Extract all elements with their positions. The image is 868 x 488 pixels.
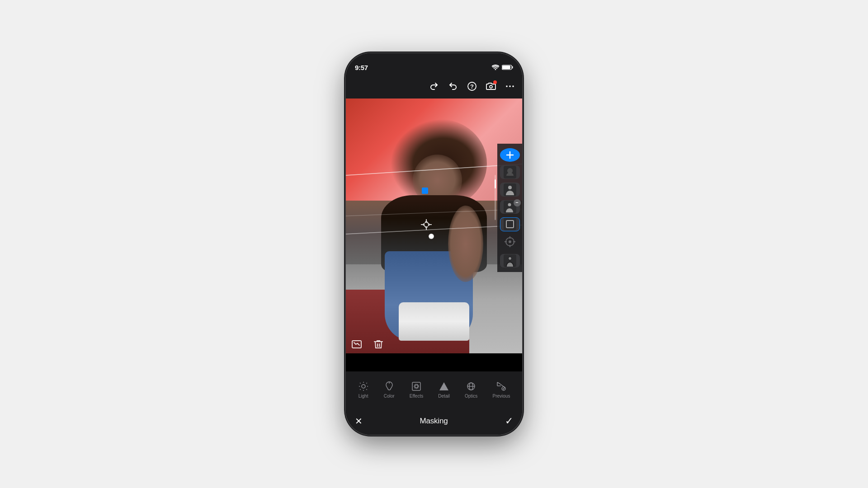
top-toolbar: ? xyxy=(346,76,522,99)
photo-area: − xyxy=(346,99,522,353)
rectangle-mask-button[interactable] xyxy=(500,217,520,231)
svg-point-25 xyxy=(509,240,511,243)
masking-close-button[interactable]: ✕ xyxy=(355,416,363,427)
toolbar-item-optics[interactable]: Optics xyxy=(461,379,481,400)
help-icon[interactable]: ? xyxy=(467,81,477,94)
detail-label: Detail xyxy=(438,394,450,399)
svg-line-39 xyxy=(366,389,367,389)
mask-handle-square[interactable] xyxy=(422,188,428,194)
camera-icon[interactable] xyxy=(486,81,496,94)
add-mask-button[interactable] xyxy=(500,148,520,162)
optics-label: Optics xyxy=(465,394,477,399)
toolbar-item-effects[interactable]: Effects xyxy=(406,379,427,400)
effects-icon xyxy=(411,381,422,392)
masking-confirm-button[interactable]: ✓ xyxy=(505,415,513,427)
status-time: 9:57 xyxy=(355,64,368,71)
edit-icon[interactable] xyxy=(351,339,362,350)
toolbar-item-color[interactable]: Color xyxy=(380,379,398,400)
svg-point-21 xyxy=(508,203,511,206)
redo-icon[interactable] xyxy=(429,81,439,94)
svg-line-40 xyxy=(360,389,360,389)
svg-rect-1 xyxy=(502,66,510,69)
color-label: Color xyxy=(384,394,395,399)
delete-icon[interactable] xyxy=(373,339,384,350)
previous-label: Previous xyxy=(493,394,510,399)
light-label: Light xyxy=(359,394,368,399)
photo-bottom-icons xyxy=(346,335,389,353)
svg-rect-22 xyxy=(504,218,516,230)
battery-icon xyxy=(502,65,513,70)
bottom-toolbar: Light Color Effects xyxy=(346,371,522,408)
toolbar-item-previous[interactable]: Previous xyxy=(489,379,514,400)
toolbar-item-light[interactable]: Light xyxy=(354,379,373,400)
svg-point-7 xyxy=(509,85,511,87)
more-icon[interactable] xyxy=(505,81,515,94)
masking-title: Masking xyxy=(420,417,448,426)
figure-mask-button[interactable] xyxy=(500,254,520,267)
photo-background xyxy=(346,99,522,353)
svg-point-32 xyxy=(509,257,511,260)
svg-point-5 xyxy=(490,85,492,88)
person-mask-button[interactable] xyxy=(500,183,520,196)
svg-rect-2 xyxy=(512,66,513,69)
color-icon xyxy=(384,381,395,392)
wifi-icon xyxy=(492,65,499,70)
svg-point-8 xyxy=(512,85,514,87)
svg-point-12 xyxy=(424,222,429,227)
detail-icon xyxy=(439,381,449,392)
svg-line-38 xyxy=(360,383,360,383)
light-icon xyxy=(358,381,369,392)
radial-mask-button[interactable] xyxy=(500,235,520,249)
previous-icon xyxy=(496,381,507,392)
masking-bar: ✕ Masking ✓ xyxy=(346,408,522,435)
status-bar: 9:57 xyxy=(346,53,522,76)
optics-icon xyxy=(466,381,476,392)
svg-point-33 xyxy=(362,385,365,388)
scrollbar[interactable] xyxy=(495,175,496,220)
status-icons xyxy=(492,65,513,70)
svg-rect-43 xyxy=(412,382,420,390)
face-mask-button[interactable] xyxy=(500,165,520,179)
phone-device: 9:57 xyxy=(346,53,522,435)
toolbar-item-detail[interactable]: Detail xyxy=(434,379,453,400)
right-panel: − xyxy=(497,144,522,272)
effects-label: Effects xyxy=(410,394,423,399)
screen: 9:57 xyxy=(346,53,522,435)
svg-rect-45 xyxy=(415,385,418,388)
svg-line-41 xyxy=(366,383,367,383)
subject-mask-button[interactable]: − xyxy=(500,200,520,214)
svg-point-6 xyxy=(506,85,508,87)
minus-badge: − xyxy=(514,199,521,206)
svg-point-19 xyxy=(508,186,512,189)
undo-icon[interactable] xyxy=(448,81,458,94)
svg-marker-46 xyxy=(439,382,448,390)
transform-icon[interactable] xyxy=(420,218,433,233)
svg-text:?: ? xyxy=(470,83,474,90)
